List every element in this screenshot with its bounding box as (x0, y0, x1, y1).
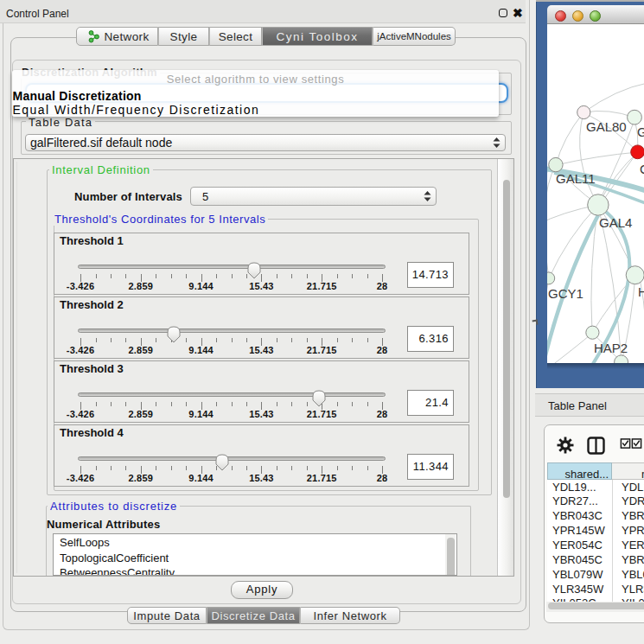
svg-text:HAP2: HAP2 (594, 341, 628, 355)
svg-text:GAL4: GAL4 (599, 215, 632, 230)
svg-text:C: C (640, 162, 644, 176)
svg-text:GA: GA (637, 124, 644, 139)
svg-text:GAL80: GAL80 (586, 119, 627, 134)
svg-text:H: H (638, 284, 644, 299)
svg-text:GCY1: GCY1 (548, 286, 583, 301)
svg-text:GAL11: GAL11 (556, 171, 596, 186)
